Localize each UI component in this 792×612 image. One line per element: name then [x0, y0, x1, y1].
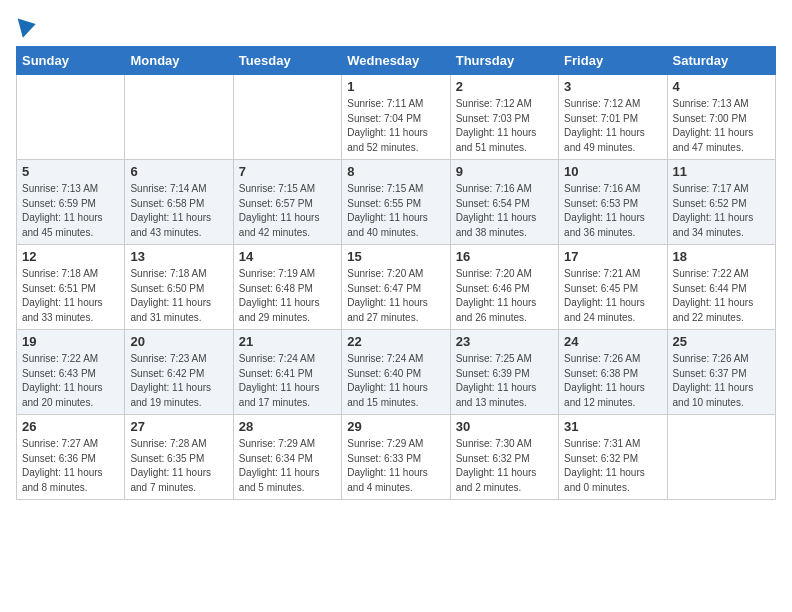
- day-info: Sunrise: 7:11 AMSunset: 7:04 PMDaylight:…: [347, 97, 444, 155]
- weekday-header-thursday: Thursday: [450, 47, 558, 75]
- day-number: 12: [22, 249, 119, 264]
- day-info: Sunrise: 7:16 AMSunset: 6:54 PMDaylight:…: [456, 182, 553, 240]
- day-number: 20: [130, 334, 227, 349]
- calendar-cell: 14Sunrise: 7:19 AMSunset: 6:48 PMDayligh…: [233, 245, 341, 330]
- day-info: Sunrise: 7:24 AMSunset: 6:40 PMDaylight:…: [347, 352, 444, 410]
- calendar-week-2: 12Sunrise: 7:18 AMSunset: 6:51 PMDayligh…: [17, 245, 776, 330]
- day-number: 30: [456, 419, 553, 434]
- day-info: Sunrise: 7:12 AMSunset: 7:03 PMDaylight:…: [456, 97, 553, 155]
- day-number: 15: [347, 249, 444, 264]
- calendar-cell: [667, 415, 775, 500]
- calendar-cell: 4Sunrise: 7:13 AMSunset: 7:00 PMDaylight…: [667, 75, 775, 160]
- logo: [16, 16, 36, 36]
- logo-arrow-icon: [18, 14, 39, 37]
- day-info: Sunrise: 7:23 AMSunset: 6:42 PMDaylight:…: [130, 352, 227, 410]
- day-info: Sunrise: 7:28 AMSunset: 6:35 PMDaylight:…: [130, 437, 227, 495]
- day-number: 18: [673, 249, 770, 264]
- calendar-cell: 8Sunrise: 7:15 AMSunset: 6:55 PMDaylight…: [342, 160, 450, 245]
- day-info: Sunrise: 7:21 AMSunset: 6:45 PMDaylight:…: [564, 267, 661, 325]
- day-info: Sunrise: 7:30 AMSunset: 6:32 PMDaylight:…: [456, 437, 553, 495]
- calendar-cell: 2Sunrise: 7:12 AMSunset: 7:03 PMDaylight…: [450, 75, 558, 160]
- day-number: 2: [456, 79, 553, 94]
- day-number: 4: [673, 79, 770, 94]
- calendar-cell: 28Sunrise: 7:29 AMSunset: 6:34 PMDayligh…: [233, 415, 341, 500]
- day-number: 7: [239, 164, 336, 179]
- day-info: Sunrise: 7:26 AMSunset: 6:37 PMDaylight:…: [673, 352, 770, 410]
- day-number: 3: [564, 79, 661, 94]
- calendar-cell: 1Sunrise: 7:11 AMSunset: 7:04 PMDaylight…: [342, 75, 450, 160]
- day-info: Sunrise: 7:18 AMSunset: 6:50 PMDaylight:…: [130, 267, 227, 325]
- calendar-cell: 13Sunrise: 7:18 AMSunset: 6:50 PMDayligh…: [125, 245, 233, 330]
- calendar-cell: 24Sunrise: 7:26 AMSunset: 6:38 PMDayligh…: [559, 330, 667, 415]
- calendar-cell: 12Sunrise: 7:18 AMSunset: 6:51 PMDayligh…: [17, 245, 125, 330]
- calendar-week-3: 19Sunrise: 7:22 AMSunset: 6:43 PMDayligh…: [17, 330, 776, 415]
- calendar-cell: 9Sunrise: 7:16 AMSunset: 6:54 PMDaylight…: [450, 160, 558, 245]
- weekday-header-monday: Monday: [125, 47, 233, 75]
- day-number: 13: [130, 249, 227, 264]
- day-info: Sunrise: 7:27 AMSunset: 6:36 PMDaylight:…: [22, 437, 119, 495]
- day-number: 21: [239, 334, 336, 349]
- day-info: Sunrise: 7:15 AMSunset: 6:57 PMDaylight:…: [239, 182, 336, 240]
- calendar-cell: 7Sunrise: 7:15 AMSunset: 6:57 PMDaylight…: [233, 160, 341, 245]
- calendar-cell: 22Sunrise: 7:24 AMSunset: 6:40 PMDayligh…: [342, 330, 450, 415]
- day-info: Sunrise: 7:25 AMSunset: 6:39 PMDaylight:…: [456, 352, 553, 410]
- day-number: 5: [22, 164, 119, 179]
- calendar-cell: [125, 75, 233, 160]
- calendar-week-4: 26Sunrise: 7:27 AMSunset: 6:36 PMDayligh…: [17, 415, 776, 500]
- calendar-cell: 27Sunrise: 7:28 AMSunset: 6:35 PMDayligh…: [125, 415, 233, 500]
- calendar-cell: [233, 75, 341, 160]
- day-number: 6: [130, 164, 227, 179]
- day-info: Sunrise: 7:15 AMSunset: 6:55 PMDaylight:…: [347, 182, 444, 240]
- day-info: Sunrise: 7:16 AMSunset: 6:53 PMDaylight:…: [564, 182, 661, 240]
- day-info: Sunrise: 7:31 AMSunset: 6:32 PMDaylight:…: [564, 437, 661, 495]
- day-info: Sunrise: 7:12 AMSunset: 7:01 PMDaylight:…: [564, 97, 661, 155]
- calendar-cell: 15Sunrise: 7:20 AMSunset: 6:47 PMDayligh…: [342, 245, 450, 330]
- day-info: Sunrise: 7:22 AMSunset: 6:44 PMDaylight:…: [673, 267, 770, 325]
- day-number: 26: [22, 419, 119, 434]
- calendar-cell: 25Sunrise: 7:26 AMSunset: 6:37 PMDayligh…: [667, 330, 775, 415]
- calendar-cell: 23Sunrise: 7:25 AMSunset: 6:39 PMDayligh…: [450, 330, 558, 415]
- day-number: 29: [347, 419, 444, 434]
- calendar-cell: 31Sunrise: 7:31 AMSunset: 6:32 PMDayligh…: [559, 415, 667, 500]
- calendar-cell: 19Sunrise: 7:22 AMSunset: 6:43 PMDayligh…: [17, 330, 125, 415]
- day-number: 27: [130, 419, 227, 434]
- day-info: Sunrise: 7:17 AMSunset: 6:52 PMDaylight:…: [673, 182, 770, 240]
- calendar-cell: 16Sunrise: 7:20 AMSunset: 6:46 PMDayligh…: [450, 245, 558, 330]
- weekday-header-sunday: Sunday: [17, 47, 125, 75]
- day-number: 19: [22, 334, 119, 349]
- calendar-cell: 6Sunrise: 7:14 AMSunset: 6:58 PMDaylight…: [125, 160, 233, 245]
- day-info: Sunrise: 7:20 AMSunset: 6:47 PMDaylight:…: [347, 267, 444, 325]
- day-number: 24: [564, 334, 661, 349]
- calendar-week-0: 1Sunrise: 7:11 AMSunset: 7:04 PMDaylight…: [17, 75, 776, 160]
- calendar-cell: 18Sunrise: 7:22 AMSunset: 6:44 PMDayligh…: [667, 245, 775, 330]
- day-number: 10: [564, 164, 661, 179]
- calendar-cell: 10Sunrise: 7:16 AMSunset: 6:53 PMDayligh…: [559, 160, 667, 245]
- day-info: Sunrise: 7:19 AMSunset: 6:48 PMDaylight:…: [239, 267, 336, 325]
- calendar-cell: 26Sunrise: 7:27 AMSunset: 6:36 PMDayligh…: [17, 415, 125, 500]
- day-info: Sunrise: 7:14 AMSunset: 6:58 PMDaylight:…: [130, 182, 227, 240]
- day-number: 9: [456, 164, 553, 179]
- calendar-cell: 11Sunrise: 7:17 AMSunset: 6:52 PMDayligh…: [667, 160, 775, 245]
- calendar-cell: [17, 75, 125, 160]
- weekday-header-friday: Friday: [559, 47, 667, 75]
- day-info: Sunrise: 7:29 AMSunset: 6:34 PMDaylight:…: [239, 437, 336, 495]
- day-number: 1: [347, 79, 444, 94]
- page-header: [16, 16, 776, 36]
- calendar-cell: 29Sunrise: 7:29 AMSunset: 6:33 PMDayligh…: [342, 415, 450, 500]
- calendar-cell: 5Sunrise: 7:13 AMSunset: 6:59 PMDaylight…: [17, 160, 125, 245]
- day-number: 31: [564, 419, 661, 434]
- day-number: 23: [456, 334, 553, 349]
- logo-blue: [16, 16, 36, 36]
- calendar-cell: 21Sunrise: 7:24 AMSunset: 6:41 PMDayligh…: [233, 330, 341, 415]
- day-number: 8: [347, 164, 444, 179]
- day-number: 17: [564, 249, 661, 264]
- day-number: 16: [456, 249, 553, 264]
- day-info: Sunrise: 7:24 AMSunset: 6:41 PMDaylight:…: [239, 352, 336, 410]
- calendar-header: SundayMondayTuesdayWednesdayThursdayFrid…: [17, 47, 776, 75]
- day-number: 25: [673, 334, 770, 349]
- day-number: 22: [347, 334, 444, 349]
- weekday-header-wednesday: Wednesday: [342, 47, 450, 75]
- weekday-header-tuesday: Tuesday: [233, 47, 341, 75]
- day-info: Sunrise: 7:22 AMSunset: 6:43 PMDaylight:…: [22, 352, 119, 410]
- day-info: Sunrise: 7:18 AMSunset: 6:51 PMDaylight:…: [22, 267, 119, 325]
